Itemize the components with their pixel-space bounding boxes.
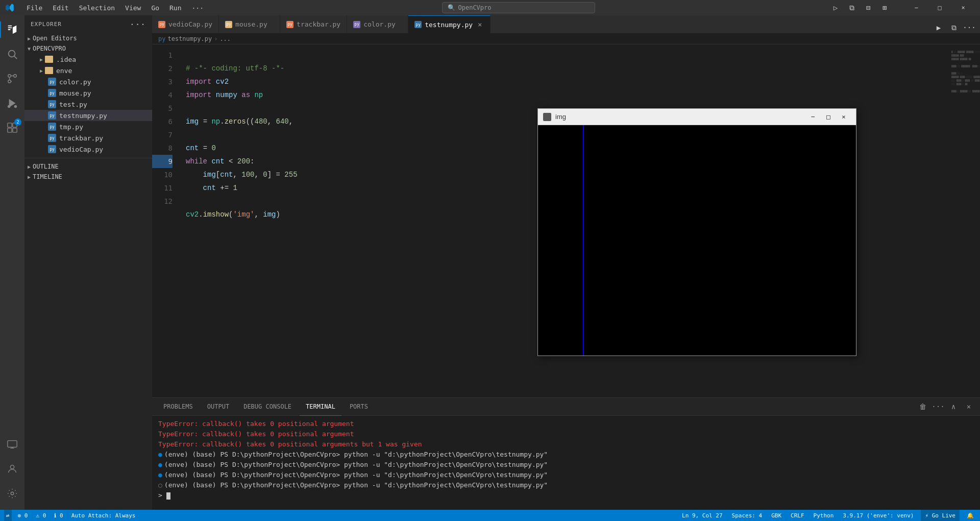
blue-vertical-line [583, 125, 584, 356]
open-editors-label: Open Editors [33, 35, 77, 42]
color-py-icon: py [48, 78, 56, 86]
opencvpro-header[interactable]: ▼ OPENCVPRO [24, 43, 152, 54]
menu-view[interactable]: View [121, 3, 145, 13]
maximize-button[interactable]: □ [928, 0, 951, 15]
status-line-ending[interactable]: CRLF [789, 510, 806, 521]
toggle-panel-icon[interactable]: ⊟ [862, 2, 875, 13]
panel-chevron-up-icon[interactable]: ∧ [947, 400, 960, 413]
status-auto-attach[interactable]: Auto Attach: Always [69, 510, 138, 521]
status-remote[interactable]: ⇌ [4, 510, 12, 521]
status-encoding[interactable]: GBK [769, 510, 783, 521]
breadcrumb-rest[interactable]: ... [219, 35, 231, 42]
sidebar-item-testnumpy[interactable]: py testnumpy.py [24, 110, 152, 121]
minimize-button[interactable]: − [904, 0, 928, 15]
status-spaces[interactable]: Spaces: 4 [730, 510, 765, 521]
run-code-icon[interactable]: ▶ [932, 22, 945, 33]
activity-settings[interactable] [0, 481, 24, 506]
enve-chevron-icon: ▶ [40, 68, 43, 74]
status-warnings[interactable]: ⚠ 0 [34, 510, 48, 521]
color-tab-label: color.py [363, 20, 396, 28]
sidebar-item-enve[interactable]: ▶ enve [24, 65, 152, 76]
sidebar-item-idea[interactable]: ▶ .idea [24, 54, 152, 65]
panel-close-icon[interactable]: × [963, 400, 975, 413]
panel: PROBLEMS OUTPUT DEBUG CONSOLE TERMINAL P… [152, 397, 980, 510]
tab-trackbar[interactable]: py trackbar.py [280, 15, 347, 33]
panel-more-icon[interactable]: ··· [932, 400, 944, 413]
status-info[interactable]: ℹ 0 [52, 510, 65, 521]
svg-point-0 [9, 51, 15, 57]
menu-more[interactable]: ··· [188, 3, 208, 13]
sidebar-item-tmp[interactable]: py tmp.py [24, 121, 152, 132]
activity-remote-explorer[interactable] [0, 432, 24, 457]
activity-source-control[interactable] [0, 66, 24, 91]
sidebar-item-trackbar[interactable]: py trackbar.py [24, 132, 152, 144]
trackbar-tab-label: trackbar.py [297, 20, 340, 28]
status-python-version[interactable]: 3.9.17 ('enve': venv) [841, 510, 916, 521]
position-label: Ln 9, Col 27 [682, 512, 722, 519]
status-bell-icon[interactable]: 🔔 [965, 510, 976, 521]
sidebar-title-label: Explorer [31, 21, 62, 28]
activity-explorer[interactable] [0, 17, 24, 42]
panel-tab-terminal[interactable]: TERMINAL [300, 398, 341, 416]
img-window-controls: − □ × [806, 112, 851, 122]
img-minimize-button[interactable]: − [806, 112, 820, 122]
search-placeholder: OpenCVpro [458, 4, 492, 11]
panel-tab-output[interactable]: OUTPUT [201, 398, 235, 416]
terminal-line-2: TypeError: callback() takes 0 positional… [158, 429, 974, 439]
img-window[interactable]: img − □ × [537, 108, 856, 356]
editor-more-icon[interactable]: ··· [963, 22, 976, 33]
img-maximize-button[interactable]: □ [821, 112, 836, 122]
menu-file[interactable]: File [22, 3, 46, 13]
status-right: Ln 9, Col 27 Spaces: 4 GBK CRLF Python 3… [680, 510, 976, 521]
sidebar-item-mouse[interactable]: py mouse.py [24, 87, 152, 99]
vediocap-py-icon: py [48, 145, 56, 153]
menu-edit[interactable]: Edit [48, 3, 72, 13]
status-go-live[interactable]: ⚡ Go Live [921, 510, 960, 521]
activity-extensions[interactable]: 2 [0, 115, 24, 140]
customize-layout-icon[interactable]: ⊞ [878, 2, 891, 13]
tab-testnumpy[interactable]: py testnumpy.py × [408, 15, 491, 33]
testnumpy-tab-close[interactable]: × [476, 20, 484, 29]
code-editor[interactable]: 1 2 3 4 5 6 7 8 9 10 11 12 # -*- coding:… [152, 44, 980, 397]
img-close-button[interactable]: × [837, 112, 851, 122]
menu-go[interactable]: Go [147, 3, 163, 13]
outline-header[interactable]: ▶ OUTLINE [24, 161, 152, 172]
panel-tab-debug-console[interactable]: DEBUG CONSOLE [237, 398, 298, 416]
sidebar-item-vediocap[interactable]: py vedioCap.py [24, 144, 152, 155]
spaces-label: Spaces: 4 [732, 512, 763, 519]
breadcrumb-filename[interactable]: testnumpy.py [167, 35, 212, 42]
tab-mouse[interactable]: py mouse.py [219, 15, 280, 33]
menu-selection[interactable]: Selection [75, 3, 119, 13]
mouse-py-label: mouse.py [59, 89, 91, 97]
close-button[interactable]: × [951, 0, 975, 15]
activity-run-debug[interactable] [0, 91, 24, 115]
menu-run[interactable]: Run [165, 3, 185, 13]
activity-account[interactable] [0, 457, 24, 481]
status-errors[interactable]: ⊗ 0 [16, 510, 30, 521]
sidebar-item-color[interactable]: py color.py [24, 76, 152, 87]
timeline-header[interactable]: ▶ TIMELINE [24, 172, 152, 182]
sidebar-more-icon[interactable]: ··· [130, 19, 146, 29]
tabs-bar: py vedioCap.py py mouse.py py trackbar.p… [152, 15, 980, 33]
sidebar-item-test[interactable]: py test.py [24, 99, 152, 110]
tab-color[interactable]: py color.py [347, 15, 408, 33]
activity-search[interactable] [0, 42, 24, 66]
panel-trash-icon[interactable]: 🗑 [917, 400, 929, 413]
svg-point-6 [8, 105, 11, 108]
open-editors-header[interactable]: ▶ Open Editors [24, 33, 152, 43]
tab-vediocap[interactable]: py vedioCap.py [152, 15, 219, 33]
svg-rect-10 [8, 128, 12, 132]
img-window-title-label: img [555, 113, 806, 121]
split-editor-icon[interactable]: ⧉ [845, 2, 859, 13]
panel-tab-ports[interactable]: PORTS [344, 398, 374, 416]
panel-tab-problems[interactable]: PROBLEMS [157, 398, 199, 416]
search-box[interactable]: 🔍 OpenCVpro [442, 2, 595, 13]
idea-chevron-icon: ▶ [40, 57, 43, 62]
trackbar-py-icon: py [48, 134, 56, 142]
run-icon[interactable]: ▷ [829, 2, 842, 13]
status-position[interactable]: Ln 9, Col 27 [680, 510, 724, 521]
terminal-content[interactable]: TypeError: callback() takes 0 positional… [152, 416, 980, 510]
split-editor-right-icon[interactable]: ⧉ [947, 22, 961, 33]
status-language[interactable]: Python [812, 510, 836, 521]
vediocap-tab-icon: py [158, 21, 165, 28]
